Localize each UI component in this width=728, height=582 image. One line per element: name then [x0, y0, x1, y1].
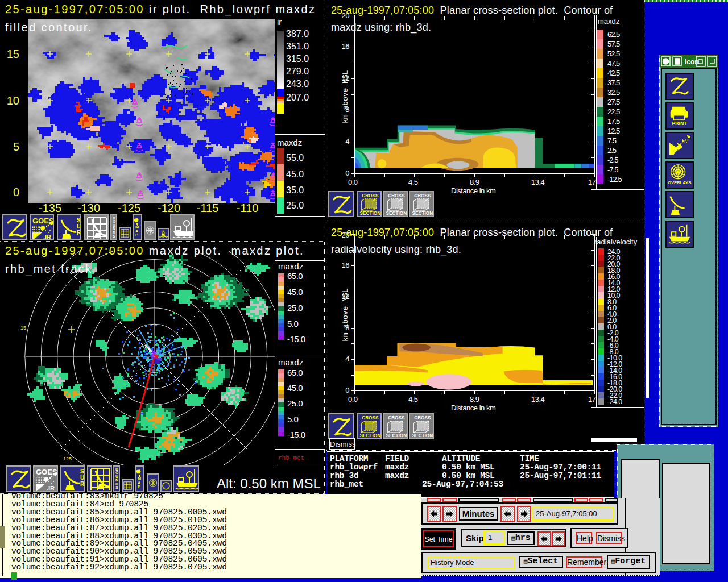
svg-text:15: 15: [20, 325, 26, 331]
svg-text:SECTION: SECTION: [360, 433, 380, 438]
svg-text:icon: icon: [685, 58, 699, 66]
svg-text:.IR: .IR: [43, 234, 51, 239]
svg-text:-125: -125: [61, 456, 72, 462]
svg-text:.IR: .IR: [47, 485, 55, 491]
svg-text:R: R: [77, 230, 80, 236]
svg-text:PRINT: PRINT: [672, 120, 688, 126]
svg-text:SECTION: SECTION: [386, 211, 407, 216]
svg-text:SECTION: SECTION: [412, 211, 433, 216]
svg-text:P: P: [135, 232, 138, 238]
svg-text:U: U: [77, 223, 80, 230]
svg-text:CROSS: CROSS: [388, 415, 405, 421]
svg-text:S: S: [113, 234, 115, 238]
svg-text:SECTION: SECTION: [360, 211, 380, 216]
svg-text:S: S: [115, 485, 118, 489]
svg-text:U: U: [80, 475, 84, 481]
svg-text:CROSS: CROSS: [388, 193, 405, 198]
svg-text:R: R: [80, 481, 84, 487]
svg-text:CROSS: CROSS: [414, 415, 431, 421]
svg-text:OVERLAYS: OVERLAYS: [668, 180, 691, 185]
svg-text:CROSS: CROSS: [362, 415, 379, 421]
svg-text:S: S: [80, 468, 84, 475]
svg-text:CROSS: CROSS: [414, 193, 431, 198]
svg-text:SECTION: SECTION: [386, 433, 407, 438]
svg-text:S: S: [77, 217, 80, 223]
svg-text:CROSS: CROSS: [362, 193, 379, 198]
svg-text:P: P: [138, 484, 140, 489]
svg-text:SECTION: SECTION: [412, 433, 433, 438]
